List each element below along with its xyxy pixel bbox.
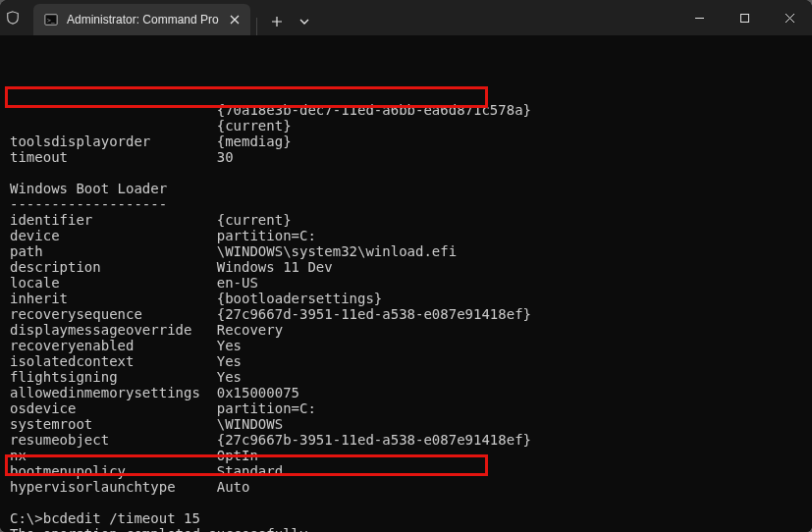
loader-row: inherit {bootloadersettings} (10, 291, 812, 306)
loader-row: recoverysequence {27c9667d-3951-11ed-a53… (10, 306, 812, 322)
new-tab-dropdown-button[interactable] (293, 8, 316, 35)
tab-active[interactable]: >_ Administrator: Command Pro (33, 4, 250, 35)
minimize-button[interactable] (677, 0, 722, 35)
terminal-output[interactable]: {70a18e3b-dec7-11ed-a6bb-ea6d871c578a} {… (0, 35, 812, 532)
loader-row: nx OptIn (10, 448, 812, 463)
loader-row: identifier {current} (10, 212, 812, 228)
loader-row: resumeobject {27c9667b-3951-11ed-a538-e0… (10, 432, 812, 448)
uac-shield-icon (4, 9, 22, 27)
tab-close-button[interactable] (227, 12, 243, 27)
blank-line (10, 165, 812, 181)
window-controls (677, 0, 812, 35)
output-line: toolsdisplayorder {memdiag} (10, 133, 812, 149)
result-line: The operation completed successfully. (10, 526, 812, 532)
maximize-button[interactable] (722, 0, 767, 35)
tab-title: Administrator: Command Pro (67, 13, 219, 27)
loader-row: hypervisorlaunchtype Auto (10, 479, 812, 495)
titlebar: >_ Administrator: Command Pro (0, 0, 812, 35)
section-rule: ------------------- (10, 196, 812, 212)
loader-row: locale en-US (10, 275, 812, 291)
tab-strip: >_ Administrator: Command Pro (26, 0, 677, 35)
loader-row: description Windows 11 Dev (10, 259, 812, 275)
terminal-window: >_ Administrator: Command Pro (0, 0, 812, 532)
loader-row: osdevice partition=C: (10, 400, 812, 416)
loader-row: isolatedcontext Yes (10, 353, 812, 369)
loader-row: device partition=C: (10, 228, 812, 243)
new-tab-button[interactable] (263, 8, 291, 35)
command-line: C:\>bcdedit /timeout 15 (10, 510, 812, 526)
section-title: Windows Boot Loader (10, 181, 812, 196)
timeout-row: timeout 30 (10, 149, 812, 165)
close-button[interactable] (767, 0, 812, 35)
output-line: {current} (10, 118, 812, 133)
tab-divider (256, 18, 257, 35)
output-line: {70a18e3b-dec7-11ed-a6bb-ea6d871c578a} (10, 102, 812, 118)
loader-row: path \WINDOWS\system32\winload.efi (10, 243, 812, 259)
svg-rect-2 (740, 14, 748, 22)
svg-text:>_: >_ (47, 17, 55, 25)
loader-row: displaymessageoverride Recovery (10, 322, 812, 338)
loader-row: allowedinmemorysettings 0x15000075 (10, 385, 812, 400)
loader-row: systemroot \WINDOWS (10, 416, 812, 432)
blank-line (10, 495, 812, 510)
loader-row: flightsigning Yes (10, 369, 812, 385)
loader-row: recoveryenabled Yes (10, 338, 812, 353)
loader-row: bootmenupolicy Standard (10, 463, 812, 479)
cmd-icon: >_ (43, 12, 59, 27)
